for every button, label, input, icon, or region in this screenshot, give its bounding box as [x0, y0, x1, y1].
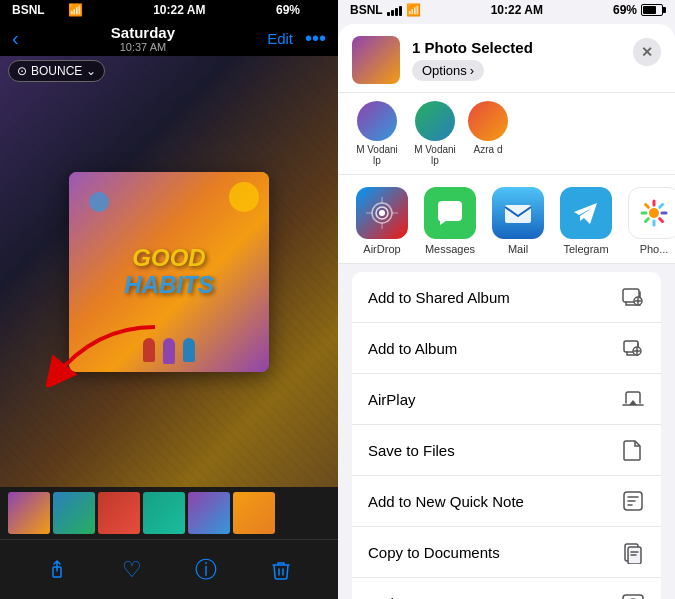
photos-svg [638, 197, 670, 229]
telegram-app-icon [560, 187, 612, 239]
left-battery-pct: 69% [276, 3, 300, 17]
back-button[interactable]: ‹ [12, 27, 19, 50]
telegram-svg [570, 197, 602, 229]
right-time: 10:22 AM [491, 3, 543, 17]
options-label: Options [422, 63, 467, 78]
thumb-1[interactable] [8, 492, 50, 534]
app-item-messages[interactable]: Messages [416, 187, 484, 255]
app-item-airdrop[interactable]: AirDrop [348, 187, 416, 255]
book-cover: GOOD HABITS [69, 172, 269, 372]
info-button[interactable]: ⓘ [186, 550, 226, 590]
left-status-right: 69% [276, 3, 326, 17]
person-name-3: Azra d [474, 144, 503, 155]
svg-rect-5 [505, 205, 531, 223]
photos-app-icon [628, 187, 675, 239]
person-item-1[interactable]: M Vodani lp [352, 101, 402, 166]
battery-fill [306, 6, 319, 14]
right-status-left: BSNL 📶 [350, 3, 421, 17]
person-name-1: M Vodani lp [352, 144, 402, 166]
person-avatar-1 [357, 101, 397, 141]
add-shared-album-icon [621, 285, 645, 309]
bottom-toolbar: ♡ ⓘ [0, 539, 338, 599]
right-battery-pct: 69% [613, 3, 637, 17]
book-title: GOOD HABITS [124, 245, 213, 298]
share-sheet: 1 Photo Selected Options › ✕ M Vodani lp… [338, 24, 675, 599]
person-item-2[interactable]: M Vodani lp [410, 101, 460, 166]
airplay-label: AirPlay [368, 391, 416, 408]
messages-svg [434, 197, 466, 229]
edit-button[interactable]: Edit [267, 30, 293, 47]
save-files-icon [621, 438, 645, 462]
copy-documents-label: Copy to Documents [368, 544, 500, 561]
options-button[interactable]: Options › [412, 60, 484, 81]
add-album-icon [621, 336, 645, 360]
people-row: M Vodani lp M Vodani lp Azra d [338, 93, 675, 175]
mail-app-icon [492, 187, 544, 239]
nav-day: Saturday [111, 24, 175, 41]
right-carrier: BSNL [350, 3, 383, 17]
inshot-icon [621, 591, 645, 599]
share-icon [46, 559, 68, 581]
right-panel: BSNL 📶 10:22 AM 69% 1 Photo Selected [338, 0, 675, 599]
app-item-telegram[interactable]: Telegram [552, 187, 620, 255]
share-title: 1 Photo Selected [412, 39, 533, 56]
airdrop-label: AirDrop [363, 243, 400, 255]
app-icons-row: AirDrop Messages Mail [338, 175, 675, 264]
app-item-photos[interactable]: Pho... [620, 187, 675, 255]
right-status-right: 69% [613, 3, 663, 17]
person-item-3[interactable]: Azra d [468, 101, 508, 166]
left-time: 10:22 AM [153, 3, 205, 17]
left-carrier: BSNL [12, 3, 45, 17]
left-status-left: BSNL 📶 [12, 3, 83, 17]
messages-label: Messages [425, 243, 475, 255]
heart-button[interactable]: ♡ [112, 550, 152, 590]
thumb-6[interactable] [233, 492, 275, 534]
wifi-icon: 📶 [68, 3, 83, 17]
trash-icon [270, 559, 292, 581]
signal-bars [49, 4, 64, 16]
share-button[interactable] [37, 550, 77, 590]
options-chevron: › [470, 63, 474, 78]
delete-button[interactable] [261, 550, 301, 590]
thumb-3[interactable] [98, 492, 140, 534]
thumbnail-strip [0, 487, 338, 539]
bounce-badge[interactable]: ⊙ BOUNCE ⌄ [8, 60, 105, 82]
airplay-row[interactable]: AirPlay [352, 374, 661, 425]
airdrop-svg [366, 197, 398, 229]
thumb-5[interactable] [188, 492, 230, 534]
thumb-2[interactable] [53, 492, 95, 534]
svg-point-6 [649, 208, 659, 218]
left-status-bar: BSNL 📶 10:22 AM 69% [0, 0, 338, 20]
person-avatar-3 [468, 101, 508, 141]
share-thumbnail [352, 36, 400, 84]
thumb-4[interactable] [143, 492, 185, 534]
bounce-label: BOUNCE [31, 64, 82, 78]
more-button[interactable]: ••• [305, 27, 326, 50]
battery-icon [304, 4, 326, 16]
photo-bg: GOOD HABITS [0, 56, 338, 487]
quick-note-label: Add to New Quick Note [368, 493, 524, 510]
add-shared-album-label: Add to Shared Album [368, 289, 510, 306]
left-nav-bar: ‹ Saturday 10:37 AM Edit ••• [0, 20, 338, 56]
inshot-row[interactable]: InShot [352, 578, 661, 599]
add-album-label: Add to Album [368, 340, 457, 357]
action-list: Add to Shared Album Add to Album [338, 264, 675, 599]
add-album-row[interactable]: Add to Album [352, 323, 661, 374]
close-icon: ✕ [641, 44, 653, 60]
bounce-icon: ⊙ [17, 64, 27, 78]
close-button[interactable]: ✕ [633, 38, 661, 66]
nav-actions: Edit ••• [267, 27, 326, 50]
right-battery-tip [663, 7, 666, 13]
mail-svg [502, 197, 534, 229]
add-shared-album-row[interactable]: Add to Shared Album [352, 272, 661, 323]
copy-documents-row[interactable]: Copy to Documents [352, 527, 661, 578]
quick-note-icon [621, 489, 645, 513]
right-wifi-icon: 📶 [406, 3, 421, 17]
save-to-files-row[interactable]: Save to Files [352, 425, 661, 476]
mail-label: Mail [508, 243, 528, 255]
quick-note-row[interactable]: Add to New Quick Note [352, 476, 661, 527]
share-header-text: 1 Photo Selected Options › [412, 39, 533, 81]
airdrop-app-icon [356, 187, 408, 239]
nav-title: Saturday 10:37 AM [111, 24, 175, 53]
app-item-mail[interactable]: Mail [484, 187, 552, 255]
